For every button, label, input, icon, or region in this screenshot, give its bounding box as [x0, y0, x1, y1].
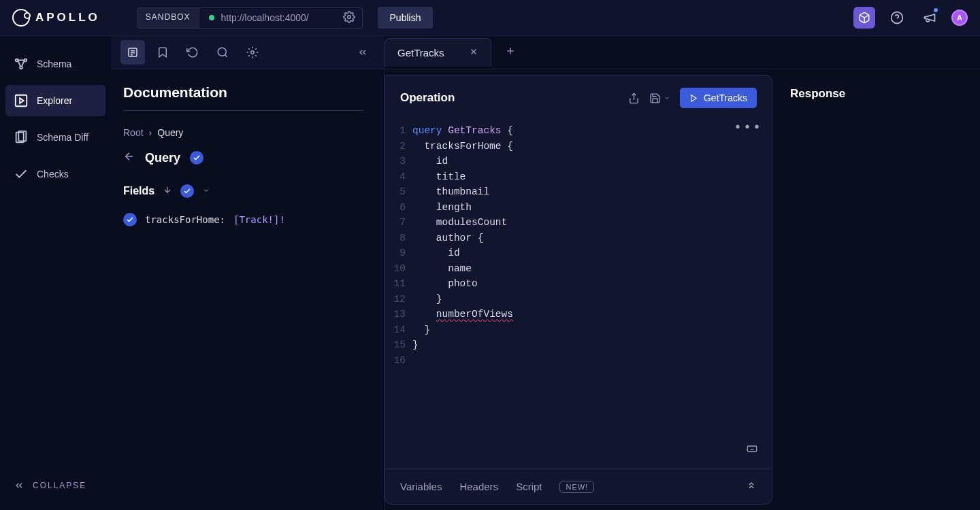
line-number: 5 [389, 184, 412, 200]
sidebar-item-schema[interactable]: Schema [5, 48, 105, 80]
run-button-label: GetTracks [704, 92, 747, 103]
history-icon[interactable] [180, 40, 205, 65]
run-operation-button[interactable]: GetTracks [680, 88, 757, 108]
response-panel: Response [785, 75, 968, 505]
search-icon[interactable] [210, 40, 235, 65]
tab-close-icon[interactable] [469, 47, 478, 58]
connection-status-dot-icon [209, 15, 214, 20]
user-avatar[interactable]: A [951, 10, 968, 26]
line-content: id [412, 154, 448, 169]
logo-text: APOLLO [35, 11, 100, 24]
operation-tabs-strip: GetTracks [385, 36, 980, 69]
tab-script[interactable]: Script [516, 481, 542, 492]
logo-mark-icon [12, 9, 30, 27]
sidebar-item-label: Explorer [37, 95, 72, 106]
line-number: 9 [389, 245, 412, 261]
endpoint-settings-gear-icon[interactable] [343, 11, 355, 25]
code-line[interactable]: 15} [389, 337, 758, 353]
endpoint-url-text: http://localhost:4000/ [221, 12, 309, 23]
code-line[interactable]: 8 author { [389, 231, 758, 246]
code-line[interactable]: 1query GetTracks { [389, 123, 758, 139]
type-name: Query [145, 151, 180, 165]
code-line[interactable]: 11 photo [389, 276, 758, 292]
line-content: length [412, 200, 472, 216]
announcements-icon[interactable] [919, 7, 941, 29]
tab-variables[interactable]: Variables [400, 481, 442, 492]
sort-arrow-icon[interactable] [163, 185, 172, 197]
docs-toolbar [111, 36, 385, 69]
code-line[interactable]: 13 numberOfViews [389, 307, 758, 322]
schema-cube-icon[interactable] [853, 7, 875, 29]
keyboard-shortcuts-icon[interactable] [745, 443, 760, 460]
line-content: id [412, 245, 460, 261]
save-icon[interactable] [649, 92, 670, 104]
svg-point-17 [251, 51, 255, 54]
code-line[interactable]: 6 length [389, 200, 758, 216]
chevron-right-icon: › [149, 127, 152, 138]
help-icon[interactable] [886, 7, 908, 29]
breadcrumb: Root › Query [123, 127, 363, 138]
sidebar-item-schema-diff[interactable]: Schema Diff [5, 122, 105, 153]
sidebar-item-checks[interactable]: Checks [5, 158, 105, 190]
code-line[interactable]: 3 id [389, 154, 758, 169]
svg-rect-26 [747, 446, 756, 452]
docs-list-icon[interactable] [120, 40, 145, 65]
line-number: 10 [389, 261, 412, 277]
breadcrumb-current: Query [157, 127, 183, 138]
line-number: 6 [389, 200, 412, 216]
editor-more-icon[interactable]: ••• [734, 120, 762, 136]
svg-rect-7 [16, 95, 27, 107]
graph-icon [14, 56, 29, 71]
top-right-icons: A [853, 7, 968, 29]
svg-marker-8 [20, 98, 24, 103]
code-line[interactable]: 10 name [389, 261, 758, 277]
new-tab-button[interactable] [505, 46, 516, 59]
panel-collapse-icon[interactable] [350, 40, 375, 65]
code-line[interactable]: 5 thumbnail [389, 184, 758, 200]
line-number: 14 [389, 322, 412, 338]
select-all-badge-icon[interactable] [180, 184, 194, 198]
line-content: } [412, 322, 430, 338]
expand-panel-icon[interactable] [746, 480, 757, 493]
code-line[interactable]: 14 } [389, 322, 758, 338]
field-check-badge-icon[interactable] [123, 213, 137, 226]
settings-gear-icon[interactable] [240, 40, 265, 65]
operation-panel-title: Operation [400, 91, 455, 105]
code-line[interactable]: 9 id [389, 245, 758, 261]
line-number: 3 [389, 154, 412, 169]
new-badge: NEW! [559, 481, 594, 493]
publish-button[interactable]: Publish [378, 7, 434, 29]
code-line[interactable]: 16 [389, 353, 758, 369]
code-line[interactable]: 2 tracksForHome { [389, 139, 758, 154]
field-name: tracksForHome: [145, 214, 225, 225]
field-type: [Track!]! [233, 214, 285, 225]
endpoint-url-field[interactable]: http://localhost:4000/ [199, 7, 363, 29]
line-content: name [412, 261, 472, 277]
sandbox-badge: SANDBOX [137, 7, 199, 29]
operation-panel: Operation GetTracks [385, 75, 772, 505]
code-line[interactable]: 4 title [389, 169, 758, 185]
added-check-badge-icon[interactable] [190, 151, 203, 165]
documentation-title: Documentation [123, 84, 363, 101]
sidebar-item-label: Checks [37, 169, 69, 180]
back-arrow-icon[interactable] [123, 150, 135, 165]
line-content: numberOfViews [412, 307, 513, 322]
line-number: 1 [389, 123, 412, 139]
graphql-code-editor[interactable]: ••• 1query GetTracks {2 tracksForHome {3… [385, 120, 772, 469]
tab-headers[interactable]: Headers [459, 481, 498, 492]
svg-point-15 [218, 48, 226, 56]
sidebar-item-label: Schema Diff [37, 132, 88, 143]
bookmark-icon[interactable] [150, 40, 175, 65]
code-line[interactable]: 12 } [389, 292, 758, 307]
diff-icon [14, 130, 29, 145]
operation-tab[interactable]: GetTracks [385, 38, 491, 67]
sidebar-item-explorer[interactable]: Explorer [5, 85, 105, 116]
breadcrumb-root[interactable]: Root [123, 127, 144, 138]
sidebar-collapse-button[interactable]: COLLAPSE [5, 473, 105, 498]
share-icon[interactable] [628, 92, 640, 104]
operation-bottom-tabs: Variables Headers Script NEW! [385, 469, 772, 504]
line-content: } [412, 292, 442, 307]
code-line[interactable]: 7 modulesCount [389, 215, 758, 231]
chevron-down-icon[interactable] [202, 185, 210, 197]
field-row[interactable]: tracksForHome: [Track!]! [123, 210, 363, 229]
